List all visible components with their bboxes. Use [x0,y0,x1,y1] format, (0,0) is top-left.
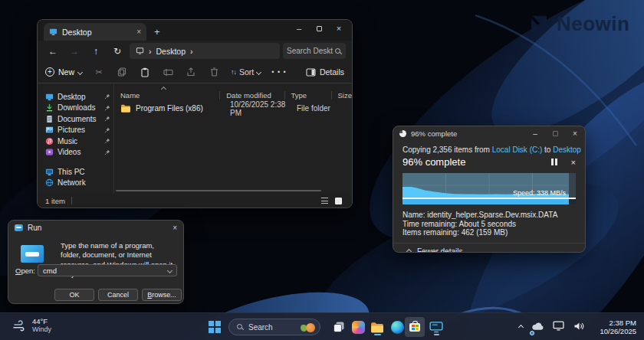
cut-button[interactable]: ✂ [93,66,105,78]
copy-destination-link[interactable]: Desktop [553,145,581,154]
minimize-icon[interactable]: – [525,126,545,141]
address-bar: ← → ↑ ↻ › Desktop › Search Deskt [38,41,352,61]
sidebar-label: Documents [58,115,100,123]
new-button[interactable]: + New [45,67,82,77]
sort-button[interactable]: ↑↓ Sort [231,67,261,77]
sidebar-item-videos[interactable]: Videos [38,147,113,159]
column-name-label: Name [120,91,140,100]
progress-pie-icon [399,130,406,137]
tray-overflow-chevron-icon[interactable] [518,324,524,329]
thumbnail-view-button[interactable] [333,196,344,206]
cancel-copy-icon[interactable]: × [571,158,576,167]
open-input-value[interactable]: cmd [43,266,168,275]
search-box[interactable]: Search Deskt [283,43,346,59]
running-app-indicator [374,334,381,336]
breadcrumb[interactable]: › Desktop › [130,43,280,59]
running-app-indicator [434,334,439,336]
edge-browser-button[interactable] [388,318,406,336]
sidebar-label: Music [58,137,100,145]
pin-icon [104,149,110,155]
tab-desktop[interactable]: Desktop × [44,23,146,41]
videos-icon [45,148,54,156]
close-icon[interactable]: × [329,21,349,35]
close-icon[interactable]: × [172,224,177,232]
column-date-modified[interactable]: Date modified [220,91,284,100]
documents-icon [45,115,54,123]
column-name[interactable]: Name [114,91,219,100]
browse-button[interactable]: Browse... [142,289,182,301]
status-divider [71,197,72,204]
rename-button[interactable] [162,66,174,78]
start-button[interactable] [205,318,224,336]
more-options-button[interactable]: • • • [271,68,286,76]
navigation-pane: Desktop Downloads Documents Pictures Mus [38,84,114,194]
folder-icon [120,104,131,113]
pin-icon [104,127,110,133]
column-type[interactable]: Type [284,91,330,100]
maximize-glyph [317,26,322,31]
sidebar-item-pictures[interactable]: Pictures [38,125,113,136]
chevron-up-icon [406,248,412,253]
file-row[interactable]: Program Files (x86) 10/26/2025 2:38 PM F… [114,102,352,115]
pause-button[interactable] [551,159,557,165]
microsoft-store-button[interactable] [405,317,425,337]
cancel-button[interactable]: Cancel [98,289,138,301]
volume-tray-button[interactable] [573,320,584,334]
file-explorer-button[interactable] [368,318,386,336]
column-size[interactable]: Size [332,91,352,100]
minimize-icon[interactable]: – [289,21,309,35]
close-icon[interactable]: × [565,126,585,141]
file-name: Program Files (x86) [136,104,203,113]
refresh-button[interactable]: ↻ [108,46,127,57]
sidebar-item-music[interactable]: Music [38,136,113,147]
sidebar-item-downloads[interactable]: Downloads [38,103,113,114]
onedrive-status-badge [530,331,534,335]
copy-source-link[interactable]: Local Disk (C:) [492,145,543,154]
breadcrumb-path[interactable]: Desktop [156,47,186,56]
maximize-icon[interactable] [545,126,565,141]
terminal-app-button[interactable] [427,318,445,336]
chevron-down-icon[interactable] [167,267,172,273]
sidebar-item-network[interactable]: Network [38,178,113,189]
horizontal-scrollbar[interactable] [116,190,321,191]
status-bar: 1 item [38,194,352,208]
item-count: 1 item [45,197,65,205]
fewer-details-button[interactable]: Fewer details [393,244,585,253]
delete-button[interactable] [208,66,220,78]
sidebar-item-documents[interactable]: Documents [38,113,113,125]
widgets-weather-button[interactable]: 44°F Windy [12,317,51,334]
downloads-icon [45,103,54,112]
onedrive-cloud-icon [531,322,544,331]
sidebar-label: Network [58,178,110,187]
pin-icon [104,138,110,144]
forward-button[interactable]: → [65,46,84,57]
pin-icon [104,105,110,111]
maximize-icon[interactable] [309,21,329,35]
share-button[interactable] [185,66,197,78]
new-tab-button[interactable]: + [154,23,160,41]
back-button[interactable]: ← [44,46,62,57]
open-label-rest: pen: [21,266,35,275]
sidebar-item-desktop[interactable]: Desktop [38,91,113,103]
sidebar-item-this-pc[interactable]: This PC [38,166,113,178]
windows-logo-icon [209,321,220,332]
network-tray-button[interactable] [553,320,564,334]
ok-button[interactable]: OK [54,289,94,301]
up-button[interactable]: ↑ [87,46,105,57]
clock[interactable]: 2:38 PM 10/26/2025 [600,319,636,335]
onedrive-tray-button[interactable] [531,320,544,334]
run-app-icon [15,224,23,231]
search-input[interactable]: Search Deskt [287,47,334,55]
taskbar-search[interactable]: Search [228,319,320,335]
file-date: 10/26/2025 2:38 PM [224,100,291,117]
copy-button[interactable] [116,66,128,78]
open-combobox[interactable]: cmd [38,264,177,276]
details-view-button[interactable] [319,196,330,206]
tab-close-icon[interactable]: × [136,28,141,36]
task-view-button[interactable] [330,318,348,336]
details-pane-button[interactable]: Details [306,67,344,77]
file-list: Name Date modified Type Size Program Fil… [114,84,352,194]
sidebar-label: Pictures [58,126,100,134]
paint-app-button[interactable] [349,318,367,336]
paste-button[interactable] [139,66,151,78]
